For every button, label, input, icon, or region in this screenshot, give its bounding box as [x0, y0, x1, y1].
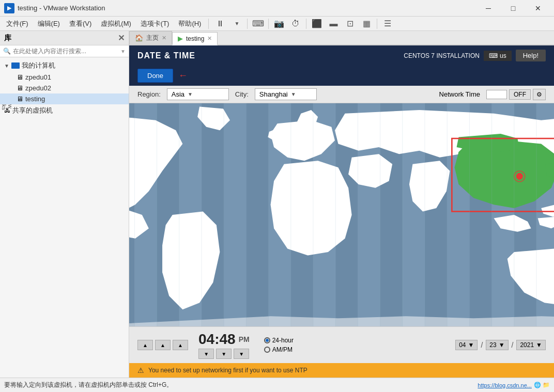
- year-dropdown[interactable]: 2021 ▼: [516, 340, 546, 350]
- sidebar: 库 ✕ 🔍 ▼ ▼ 我的计算机 🖥 zpedu01 🖥: [0, 31, 129, 378]
- vm-icon-zpedu02: 🖥: [17, 84, 23, 92]
- hour-up-button[interactable]: ▲: [137, 340, 153, 350]
- status-bar: 要将输入定向到该虚拟机，请在虚拟机内部单击或按 Ctrl+G。 https://…: [0, 378, 554, 392]
- down-spinner-row: ▼ ▼ ▼: [198, 349, 249, 359]
- time-format-group: 24-hour AM/PM: [264, 337, 294, 353]
- home-tab-close[interactable]: ✕: [162, 35, 166, 41]
- svg-rect-7: [224, 103, 246, 326]
- sidebar-item-zpedu02[interactable]: 🖥 zpedu02: [0, 83, 129, 93]
- day-dropdown-arrow: ▼: [499, 341, 505, 349]
- home-tab-label: 主页: [146, 34, 159, 42]
- status-link[interactable]: https://blog.csdn.ne...: [478, 382, 532, 388]
- minute-up-button[interactable]: ▲: [155, 340, 171, 350]
- pause-button[interactable]: ⏸: [212, 18, 228, 30]
- fullscreen-button[interactable]: ⬛: [309, 18, 325, 30]
- menu-view[interactable]: 查看(V): [65, 18, 96, 29]
- arrow-icon: ←: [178, 70, 188, 81]
- ampm-label: PM: [239, 335, 250, 343]
- menu-tab[interactable]: 选项卡(T): [136, 18, 174, 29]
- menu-file[interactable]: 文件(F): [2, 18, 33, 29]
- warning-text: You need to set up networking first if y…: [148, 367, 307, 374]
- format-24h-label: 24-hour: [272, 337, 294, 344]
- toolbar-divider4: [306, 19, 306, 29]
- sidebar-close-button[interactable]: ✕: [118, 33, 125, 43]
- toolbar-divider2: [247, 19, 248, 29]
- city-dot-shanghai: [516, 173, 523, 180]
- second-down-button[interactable]: ▼: [234, 349, 249, 359]
- time-display-group: 04:48 PM ▼ ▼ ▼: [198, 331, 250, 359]
- menu-vm[interactable]: 虚拟机(M): [97, 18, 135, 29]
- window-controls: ─ □ ✕: [476, 0, 550, 17]
- toolbar-divider: [208, 19, 209, 29]
- city-dropdown-icon: ▼: [291, 91, 296, 97]
- send-keys-button[interactable]: ⌨: [250, 18, 266, 30]
- tab-home[interactable]: 🏠 主页 ✕: [129, 31, 172, 44]
- language-label: us: [500, 52, 506, 59]
- network-settings-button[interactable]: ⚙: [533, 89, 546, 100]
- sidebar-item-mycomputer[interactable]: ▼ 我的计算机: [0, 59, 129, 72]
- format-24h-option[interactable]: 24-hour: [264, 337, 294, 344]
- region-select[interactable]: Asia ▼: [167, 88, 229, 100]
- edge-label-ks: ks: [1, 104, 7, 110]
- format-ampm-radio[interactable]: [264, 347, 270, 353]
- network-off-button[interactable]: OFF: [509, 89, 531, 100]
- toolbar-divider3: [268, 19, 269, 29]
- snapshot1-button[interactable]: 📷: [271, 18, 287, 30]
- datetime-title: DATE & TIME: [137, 51, 195, 60]
- settings-button[interactable]: ☰: [379, 18, 396, 30]
- sidebar-item-shared[interactable]: 🖧 共享的虚拟机: [0, 104, 129, 117]
- minimize-button[interactable]: ─: [476, 0, 500, 17]
- region-dropdown-icon: ▼: [188, 91, 193, 97]
- view3-button[interactable]: ▦: [358, 18, 375, 30]
- tab-testing[interactable]: ▶ testing ✕: [172, 32, 218, 45]
- menu-edit[interactable]: 编辑(E): [34, 18, 64, 29]
- zpedu01-label: zpedu01: [25, 73, 51, 81]
- view1-button[interactable]: ▬: [325, 18, 342, 30]
- second-up-button[interactable]: ▲: [173, 340, 188, 350]
- vm-icon-zpedu01: 🖥: [17, 73, 23, 81]
- time-value: 04:48: [198, 331, 236, 348]
- warning-icon: ⚠: [137, 366, 144, 374]
- my-computer-label: 我的计算机: [22, 61, 55, 70]
- datetime-header: DATE & TIME CENTOS 7 INSTALLATION ⌨ us H…: [129, 45, 554, 66]
- view2-button[interactable]: ⊡: [342, 18, 358, 30]
- sidebar-item-testing[interactable]: 🖥 testing: [0, 93, 129, 104]
- vm-icon-testing: 🖥: [17, 95, 23, 103]
- dropdown-button[interactable]: ▼: [228, 18, 245, 30]
- snapshot2-button[interactable]: ⏱: [287, 18, 304, 30]
- help-button[interactable]: Help!: [516, 50, 546, 61]
- close-button[interactable]: ✕: [526, 0, 550, 17]
- home-tab-icon: 🏠: [135, 34, 143, 42]
- main-layout: 库 ✕ 🔍 ▼ ▼ 我的计算机 🖥 zpedu01 🖥: [0, 31, 554, 378]
- testing-tab-icon: ▶: [178, 35, 183, 42]
- date-sep1: /: [481, 341, 483, 349]
- menu-help[interactable]: 帮助(H): [174, 18, 205, 29]
- city-value: Shanghai: [259, 90, 288, 98]
- zpedu02-label: zpedu02: [25, 84, 51, 92]
- toolbar-group: ⏸ ▼ ⌨ 📷 ⏱ ⬛ ▬ ⊡ ▦ ☰: [212, 18, 396, 30]
- hour-down-button[interactable]: ▼: [198, 349, 214, 359]
- format-24h-radio[interactable]: [264, 337, 270, 343]
- world-map-svg[interactable]: [129, 103, 554, 326]
- network-time-input[interactable]: [486, 90, 507, 99]
- month-dropdown[interactable]: 04 ▼: [455, 340, 478, 350]
- search-icon: 🔍: [3, 48, 11, 55]
- search-input[interactable]: [13, 48, 120, 55]
- format-ampm-option[interactable]: AM/PM: [264, 346, 294, 353]
- testing-label: testing: [25, 95, 45, 103]
- world-map-container[interactable]: [129, 103, 554, 326]
- testing-tab-close[interactable]: ✕: [207, 35, 212, 42]
- maximize-button[interactable]: □: [501, 0, 525, 17]
- minute-down-button[interactable]: ▼: [216, 349, 232, 359]
- sidebar-item-zpedu01[interactable]: 🖥 zpedu01: [0, 72, 129, 83]
- city-select[interactable]: Shanghai ▼: [255, 88, 317, 100]
- day-dropdown[interactable]: 23 ▼: [486, 340, 508, 350]
- sidebar-search-bar[interactable]: 🔍 ▼: [0, 45, 129, 57]
- sidebar-header: 库 ✕: [0, 31, 129, 45]
- tab-bar: 🏠 主页 ✕ ▶ testing ✕: [129, 31, 554, 45]
- done-button[interactable]: Done: [137, 69, 173, 83]
- expander-icon: ▼: [4, 63, 9, 69]
- search-dropdown-arrow[interactable]: ▼: [120, 49, 126, 54]
- language-button[interactable]: ⌨ us: [484, 51, 512, 61]
- date-sep2: /: [512, 341, 514, 349]
